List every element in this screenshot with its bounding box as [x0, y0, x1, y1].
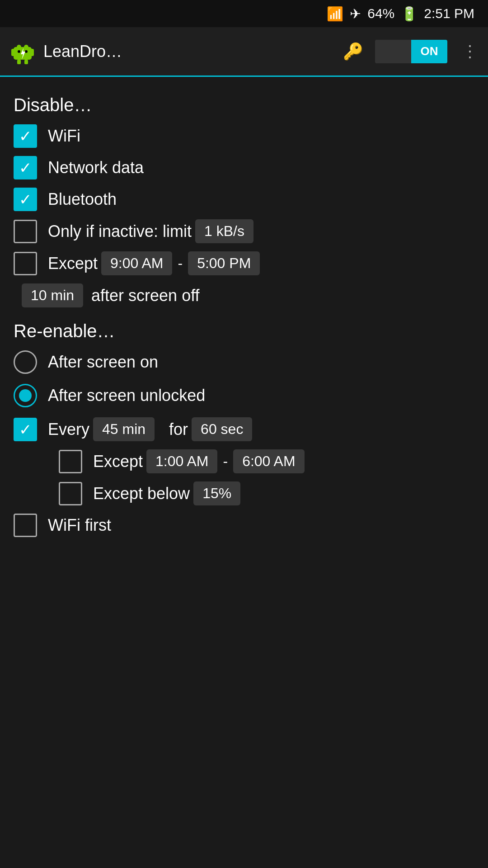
toggle-off-side	[375, 40, 411, 63]
main-toggle[interactable]: ON	[375, 40, 447, 63]
wifi-first-checkbox[interactable]	[14, 514, 37, 537]
svg-point-2	[24, 45, 28, 49]
only-if-inactive-row: Only if inactive: limit 1 kB/s	[14, 219, 474, 243]
except-below-checkbox[interactable]	[59, 482, 82, 505]
airplane-icon: ✈	[350, 6, 361, 22]
status-bar: 📶 ✈ 64% 🔋 2:51 PM	[0, 0, 488, 27]
except-content: Except 9:00 AM - 5:00 PM	[37, 251, 263, 275]
except-time-row: Except 9:00 AM - 5:00 PM	[14, 251, 474, 275]
inactive-limit-chip[interactable]: 1 kB/s	[195, 219, 253, 243]
reenable-except-label: Except	[93, 452, 143, 471]
wifi-row: ✓ WiFi	[14, 124, 474, 148]
screen-off-delay-chip[interactable]: 10 min	[22, 283, 83, 307]
every-checkbox[interactable]: ✓	[14, 418, 37, 441]
radio-inner-dot	[19, 389, 32, 402]
except-below-row: Except below 15%	[14, 481, 474, 505]
every-interval-chip[interactable]: 45 min	[93, 417, 155, 441]
except-checkbox[interactable]	[14, 252, 37, 275]
wifi-label: WiFi	[48, 127, 80, 146]
wifi-check-icon: ✓	[19, 128, 32, 144]
only-if-inactive-label: Only if inactive: limit	[48, 222, 192, 241]
except-label: Except	[48, 254, 98, 273]
except-to-chip[interactable]: 5:00 PM	[188, 251, 260, 275]
after-screen-unlocked-radio[interactable]	[14, 384, 37, 407]
app-title: LeanDro…	[43, 42, 336, 61]
svg-rect-6	[24, 60, 28, 64]
reenable-except-content: Except 1:00 AM - 6:00 AM	[82, 449, 308, 473]
only-if-inactive-content: Only if inactive: limit 1 kB/s	[37, 219, 257, 243]
wifi-first-row: WiFi first	[14, 514, 474, 537]
every-content: Every 45 min for 60 sec	[37, 417, 256, 441]
network-data-row: ✓ Network data	[14, 156, 474, 179]
screen-off-label: after screen off	[91, 286, 199, 305]
app-bar: LeanDro… 🔑 ON ⋮	[0, 27, 488, 77]
after-screen-on-radio[interactable]	[14, 350, 37, 374]
except-below-label: Except below	[93, 484, 190, 503]
reenable-except-to-chip[interactable]: 6:00 AM	[233, 449, 304, 473]
wifi-first-label: WiFi first	[48, 516, 111, 535]
except-below-chip[interactable]: 15%	[193, 481, 240, 505]
after-screen-on-label: After screen on	[48, 353, 158, 372]
key-icon: 🔑	[343, 42, 363, 61]
status-icons: 📶 ✈ 64% 🔋 2:51 PM	[327, 6, 474, 22]
battery-icon: 🔋	[401, 6, 418, 22]
every-label: Every	[48, 420, 89, 439]
bluetooth-label: Bluetooth	[48, 190, 117, 209]
reenable-section-header: Re-enable…	[14, 321, 474, 341]
except-from-chip[interactable]: 9:00 AM	[101, 251, 172, 275]
wifi-checkbox[interactable]: ✓	[14, 124, 37, 148]
screen-off-row: 10 min after screen off	[14, 283, 474, 307]
network-data-checkbox[interactable]: ✓	[14, 156, 37, 179]
bluetooth-checkbox[interactable]: ✓	[14, 188, 37, 211]
reenable-except-checkbox[interactable]	[59, 450, 82, 473]
toggle-on-side: ON	[411, 40, 447, 63]
disable-section-header: Disable…	[14, 95, 474, 115]
after-screen-unlocked-label: After screen unlocked	[48, 386, 205, 405]
every-check-icon: ✓	[19, 422, 32, 437]
except-dash: -	[178, 255, 183, 272]
wifi-icon: 📶	[327, 6, 343, 22]
reenable-except-from-chip[interactable]: 1:00 AM	[146, 449, 217, 473]
battery-percent: 64%	[367, 6, 394, 21]
for-label: for	[169, 420, 188, 439]
except-below-content: Except below 15%	[82, 481, 244, 505]
app-icon	[9, 38, 36, 65]
svg-point-1	[17, 45, 21, 49]
bluetooth-row: ✓ Bluetooth	[14, 188, 474, 211]
every-duration-chip[interactable]: 60 sec	[192, 417, 252, 441]
after-screen-on-row: After screen on	[14, 350, 474, 374]
reenable-except-dash: -	[223, 453, 228, 470]
clock: 2:51 PM	[424, 6, 474, 21]
after-screen-unlocked-row: After screen unlocked	[14, 384, 474, 407]
bluetooth-check-icon: ✓	[19, 192, 32, 207]
svg-rect-4	[30, 49, 34, 56]
only-if-inactive-checkbox[interactable]	[14, 220, 37, 243]
reenable-except-row: Except 1:00 AM - 6:00 AM	[14, 449, 474, 473]
network-data-label: Network data	[48, 158, 144, 177]
svg-rect-5	[17, 60, 21, 64]
network-data-check-icon: ✓	[19, 160, 32, 175]
svg-rect-3	[11, 49, 15, 56]
more-options-icon[interactable]: ⋮	[462, 42, 479, 61]
every-row: ✓ Every 45 min for 60 sec	[14, 417, 474, 441]
svg-point-7	[18, 50, 20, 53]
main-content: Disable… ✓ WiFi ✓ Network data ✓ Bluetoo…	[0, 77, 488, 559]
